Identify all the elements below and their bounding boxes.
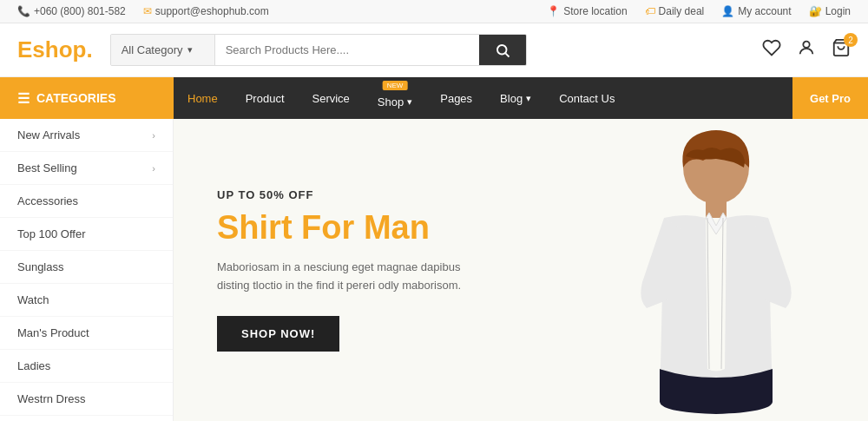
shop-now-button[interactable]: SHOP NOW!	[217, 316, 339, 352]
sidebar-mans-product-label: Man's Product	[17, 326, 89, 339]
logo-text: Eshop	[17, 36, 86, 62]
blog-chevron-icon: ▾	[526, 93, 531, 104]
sidebar-item-sunglass[interactable]: Sunglass	[0, 251, 173, 284]
deal-icon: 🏷	[645, 5, 655, 17]
logo[interactable]: Eshop.	[17, 36, 93, 63]
top-bar-left: 📞 +060 (800) 801-582 ✉ support@eshophub.…	[17, 5, 269, 17]
sidebar-item-accessories[interactable]: Accessories	[0, 185, 173, 218]
sidebar-item-mans-product[interactable]: Man's Product	[0, 317, 173, 350]
main-content: New Arrivals › Best Selling › Accessorie…	[0, 119, 868, 421]
email-address: support@eshophub.com	[155, 5, 269, 17]
sidebar-accessories-label: Accessories	[17, 194, 78, 207]
svg-point-2	[803, 42, 809, 48]
user-icon	[797, 38, 816, 57]
nav-item-contact[interactable]: Contact Us	[545, 77, 628, 119]
arrow-icon: ›	[152, 130, 155, 141]
get-pro-button[interactable]: Get Pro	[792, 77, 868, 119]
sidebar-watch-label: Watch	[17, 293, 49, 306]
phone-icon: 📞	[17, 5, 30, 17]
nav-home-label: Home	[187, 92, 218, 105]
sidebar-item-top100[interactable]: Top 100 Offer	[0, 218, 173, 251]
categories-label: CATEGORIES	[36, 91, 116, 105]
nav-contact-label: Contact Us	[559, 92, 615, 105]
sidebar-new-arrivals-label: New Arrivals	[17, 128, 80, 141]
search-input[interactable]	[215, 35, 479, 65]
daily-deal-label: Daily deal	[659, 5, 705, 17]
nav-blog-label: Blog	[500, 92, 523, 105]
email-icon: ✉	[143, 5, 152, 17]
location-icon: 📍	[547, 5, 560, 17]
login-icon: 🔐	[809, 5, 822, 17]
top-bar-right: 📍 Store location 🏷 Daily deal 👤 My accou…	[547, 5, 851, 17]
phone-item[interactable]: 📞 +060 (800) 801-582	[17, 5, 126, 17]
search-icon	[495, 43, 510, 58]
hero-content: UP TO 50% OFF Shirt For Man Maboriosam i…	[174, 154, 521, 385]
nav-item-product[interactable]: Product	[232, 77, 299, 119]
svg-line-1	[505, 53, 509, 56]
nav-pages-label: Pages	[440, 92, 472, 105]
account-icon: 👤	[721, 5, 734, 17]
sidebar-item-new-arrivals[interactable]: New Arrivals ›	[0, 119, 173, 152]
search-bar: All Category ▾	[110, 34, 527, 66]
categories-button[interactable]: ☰ CATEGORIES	[0, 77, 174, 119]
hero-subtitle: UP TO 50% OFF	[217, 188, 477, 201]
sidebar-westrn-dress-label: Westrn Dress	[17, 392, 86, 405]
heart-icon	[762, 38, 781, 57]
get-pro-label: Get Pro	[810, 92, 851, 105]
shop-chevron-icon: ▾	[407, 96, 412, 108]
phone-number: +060 (800) 801-582	[34, 5, 126, 17]
sidebar-sunglass-label: Sunglass	[17, 260, 63, 273]
daily-deal-item[interactable]: 🏷 Daily deal	[645, 5, 705, 17]
header-icons: 2	[762, 38, 851, 62]
svg-point-0	[497, 45, 507, 55]
hamburger-icon: ☰	[17, 90, 30, 107]
category-label: All Category	[122, 43, 183, 56]
sidebar-item-watch[interactable]: Watch	[0, 284, 173, 317]
login-label: Login	[825, 5, 851, 17]
sidebar-item-best-selling[interactable]: Best Selling ›	[0, 152, 173, 185]
wishlist-button[interactable]	[762, 38, 781, 62]
nav-item-blog[interactable]: Blog ▾	[486, 77, 545, 119]
new-badge: NEW	[383, 81, 408, 90]
navbar: ☰ CATEGORIES Home Product Service NEW Sh…	[0, 77, 868, 119]
email-item[interactable]: ✉ support@eshophub.com	[143, 5, 269, 17]
category-select[interactable]: All Category ▾	[111, 35, 215, 65]
nav-item-pages[interactable]: Pages	[426, 77, 486, 119]
cart-count: 2	[844, 33, 858, 47]
arrow-icon: ›	[152, 163, 155, 174]
man-illustration	[603, 126, 829, 421]
hero-description: Maboriosam in a nesciung eget magnae dap…	[217, 259, 477, 295]
sidebar: New Arrivals › Best Selling › Accessorie…	[0, 119, 174, 421]
cart-button[interactable]: 2	[832, 38, 851, 62]
my-account-item[interactable]: 👤 My account	[721, 5, 791, 17]
nav-service-label: Service	[312, 92, 350, 105]
nav-product-label: Product	[246, 92, 285, 105]
header: Eshop. All Category ▾	[0, 23, 868, 77]
sidebar-ladies-label: Ladies	[17, 359, 50, 372]
user-account-button[interactable]	[797, 38, 816, 62]
nav-item-service[interactable]: Service	[299, 77, 364, 119]
sidebar-item-ladies[interactable]: Ladies	[0, 350, 173, 383]
hero-section: UP TO 50% OFF Shirt For Man Maboriosam i…	[174, 119, 868, 421]
store-location-item[interactable]: 📍 Store location	[547, 5, 627, 17]
logo-dot: .	[86, 36, 92, 62]
hero-title: Shirt For Man	[217, 210, 477, 247]
sidebar-best-selling-label: Best Selling	[17, 161, 77, 174]
nav-shop-label: Shop	[378, 95, 404, 108]
store-location-label: Store location	[563, 5, 627, 17]
sidebar-item-westrn-dress[interactable]: Westrn Dress	[0, 383, 173, 416]
hero-image	[564, 119, 868, 421]
nav-item-shop[interactable]: NEW Shop ▾	[364, 77, 426, 119]
my-account-label: My account	[738, 5, 791, 17]
login-item[interactable]: 🔐 Login	[809, 5, 851, 17]
search-button[interactable]	[479, 35, 526, 65]
nav-links: Home Product Service NEW Shop ▾ Pages Bl…	[174, 77, 792, 119]
nav-item-home[interactable]: Home	[174, 77, 232, 119]
sidebar-top100-label: Top 100 Offer	[17, 227, 86, 240]
dropdown-icon: ▾	[187, 44, 193, 56]
top-bar: 📞 +060 (800) 801-582 ✉ support@eshophub.…	[0, 0, 868, 23]
